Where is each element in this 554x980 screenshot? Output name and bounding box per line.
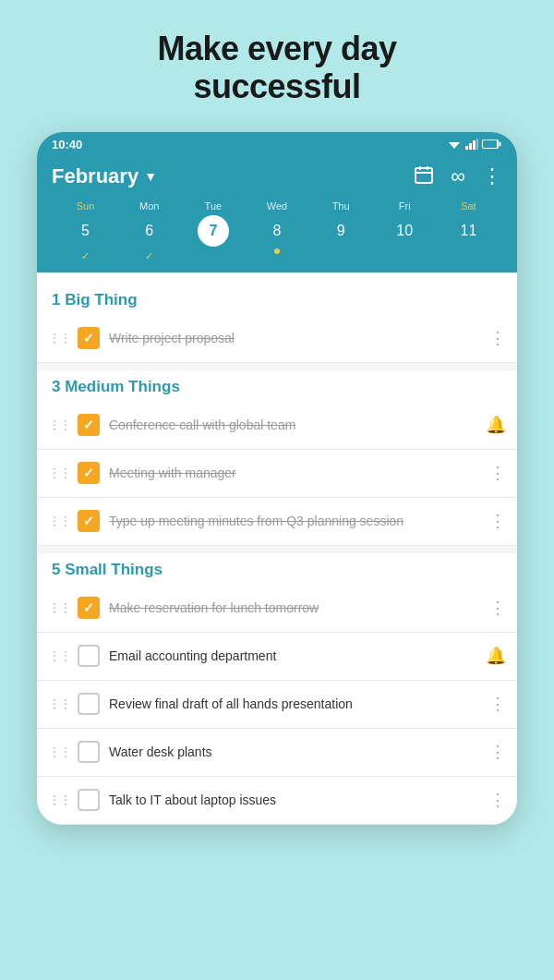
task-checkbox[interactable] xyxy=(78,597,100,619)
task-more-icon[interactable]: ⋮ xyxy=(489,328,506,348)
task-item: ⋮⋮Type up meeting minutes from Q3 planni… xyxy=(37,498,517,546)
cal-day-name: Wed xyxy=(267,200,287,212)
task-more-icon[interactable]: ⋮ xyxy=(489,463,506,483)
task-item: ⋮⋮Conference call with global team🔔 xyxy=(37,402,517,450)
svg-rect-3 xyxy=(469,143,472,150)
drag-handle-icon[interactable]: ⋮⋮ xyxy=(48,417,70,432)
task-item: ⋮⋮Talk to IT about laptop issues⋮ xyxy=(37,777,517,825)
section-title-2: 5 Small Things xyxy=(37,553,517,585)
task-item: ⋮⋮Review final draft of all hands presen… xyxy=(37,681,517,729)
task-text: Conference call with global team xyxy=(109,417,486,434)
bell-icon[interactable]: 🔔 xyxy=(486,415,506,435)
task-item: ⋮⋮Write project proposal⋮ xyxy=(37,315,517,363)
cal-day-number: 7 xyxy=(198,215,229,247)
cal-day-number: 9 xyxy=(325,215,356,247)
task-more-icon[interactable]: ⋮ xyxy=(489,598,506,618)
task-checkbox[interactable] xyxy=(78,741,100,763)
headline-line2: successful xyxy=(193,67,360,105)
status-time: 10:40 xyxy=(52,138,82,151)
infinity-icon[interactable]: ∞ xyxy=(451,164,465,188)
bell-icon[interactable]: 🔔 xyxy=(486,646,506,666)
cal-day-indicator xyxy=(274,248,280,254)
cal-day-number: 8 xyxy=(261,215,293,247)
cal-day-indicator: ✓ xyxy=(145,247,153,263)
drag-handle-icon[interactable]: ⋮⋮ xyxy=(48,696,70,711)
task-more-icon[interactable]: ⋮ xyxy=(489,694,506,714)
section-gap xyxy=(37,363,517,370)
cal-day-name: Tue xyxy=(205,200,223,212)
month-label: February xyxy=(52,164,138,188)
task-checkbox[interactable] xyxy=(78,789,100,811)
cal-day-10[interactable]: Fri10 xyxy=(373,200,437,272)
task-more-icon[interactable]: ⋮ xyxy=(489,790,506,810)
task-more-icon[interactable]: ⋮ xyxy=(489,742,506,762)
drag-handle-icon[interactable]: ⋮⋮ xyxy=(48,792,70,807)
wifi-icon xyxy=(447,139,462,150)
status-bar: 10:40 xyxy=(37,132,517,155)
drag-handle-icon[interactable]: ⋮⋮ xyxy=(48,744,70,759)
calendar-icon[interactable] xyxy=(414,164,434,189)
more-menu-icon[interactable]: ⋮ xyxy=(482,164,502,188)
section-title-1: 3 Medium Things xyxy=(37,370,517,402)
task-checkbox[interactable] xyxy=(78,414,100,436)
task-text: Email accounting department xyxy=(109,647,486,665)
cal-day-6[interactable]: Mon6✓ xyxy=(117,200,181,272)
task-text: Water desk plants xyxy=(109,744,482,761)
cal-day-name: Sun xyxy=(77,200,95,212)
section-title-0: 1 Big Thing xyxy=(37,284,517,315)
calendar-week: Sun5✓Mon6✓Tue7Wed8Thu9Fri10Sat11 xyxy=(52,200,502,272)
drag-handle-icon[interactable]: ⋮⋮ xyxy=(48,514,70,528)
drag-handle-icon[interactable]: ⋮⋮ xyxy=(48,466,70,480)
task-text: Make reservation for lunch tomorrow xyxy=(109,599,482,617)
svg-rect-2 xyxy=(465,146,468,150)
drag-handle-icon[interactable]: ⋮⋮ xyxy=(48,331,70,345)
month-selector[interactable]: February ▼ xyxy=(52,164,157,188)
svg-rect-8 xyxy=(483,140,497,148)
phone-frame: 10:40 February xyxy=(37,132,517,825)
cal-day-number: 6 xyxy=(134,215,165,247)
drag-handle-icon[interactable]: ⋮⋮ xyxy=(48,648,70,663)
cal-day-number: 10 xyxy=(389,215,420,247)
cal-day-8[interactable]: Wed8 xyxy=(245,200,308,272)
header-actions: ∞ ⋮ xyxy=(414,164,502,189)
task-text: Review final draft of all hands presenta… xyxy=(109,696,482,713)
task-list-area: 1 Big Thing⋮⋮Write project proposal⋮3 Me… xyxy=(37,272,517,825)
svg-rect-5 xyxy=(476,139,478,150)
signal-icon xyxy=(465,139,478,150)
task-checkbox[interactable] xyxy=(78,462,100,484)
cal-day-7[interactable]: Tue7 xyxy=(181,200,245,272)
task-checkbox[interactable] xyxy=(78,693,100,715)
cal-day-indicator: ✓ xyxy=(81,247,90,263)
task-item: ⋮⋮Email accounting department🔔 xyxy=(37,633,517,681)
drag-handle-icon[interactable]: ⋮⋮ xyxy=(48,600,70,615)
cal-day-name: Fri xyxy=(399,200,411,212)
headline-line1: Make every day xyxy=(157,30,396,67)
cal-day-number: 11 xyxy=(452,215,484,247)
task-checkbox[interactable] xyxy=(78,510,100,532)
task-text: Talk to IT about laptop issues xyxy=(109,792,482,809)
task-text: Write project proposal xyxy=(109,330,482,347)
task-checkbox[interactable] xyxy=(78,327,100,349)
task-more-icon[interactable]: ⋮ xyxy=(489,511,506,531)
task-checkbox[interactable] xyxy=(78,645,100,667)
cal-day-name: Mon xyxy=(139,200,159,212)
app-header: February ▼ ∞ ⋮ Sun5✓Mon6✓Tue7Wed8Thu9Fri… xyxy=(37,155,517,272)
svg-rect-9 xyxy=(416,168,432,183)
app-headline: Make every day successful xyxy=(157,30,396,106)
battery-icon xyxy=(482,139,502,150)
cal-day-name: Sat xyxy=(461,200,476,212)
dropdown-icon[interactable]: ▼ xyxy=(144,169,157,184)
cal-day-11[interactable]: Sat11 xyxy=(437,200,500,272)
status-icons xyxy=(447,139,502,150)
task-item: ⋮⋮Meeting with manager⋮ xyxy=(37,450,517,498)
task-text: Type up meeting minutes from Q3 planning… xyxy=(109,513,482,530)
cal-day-5[interactable]: Sun5✓ xyxy=(54,200,117,272)
task-item: ⋮⋮Water desk plants⋮ xyxy=(37,729,517,777)
svg-rect-7 xyxy=(500,142,501,147)
cal-day-number: 5 xyxy=(70,215,102,247)
section-gap xyxy=(37,546,517,553)
task-item: ⋮⋮Make reservation for lunch tomorrow⋮ xyxy=(37,585,517,633)
cal-day-9[interactable]: Thu9 xyxy=(309,200,373,272)
svg-rect-4 xyxy=(473,140,476,150)
cal-day-name: Thu xyxy=(332,200,350,212)
